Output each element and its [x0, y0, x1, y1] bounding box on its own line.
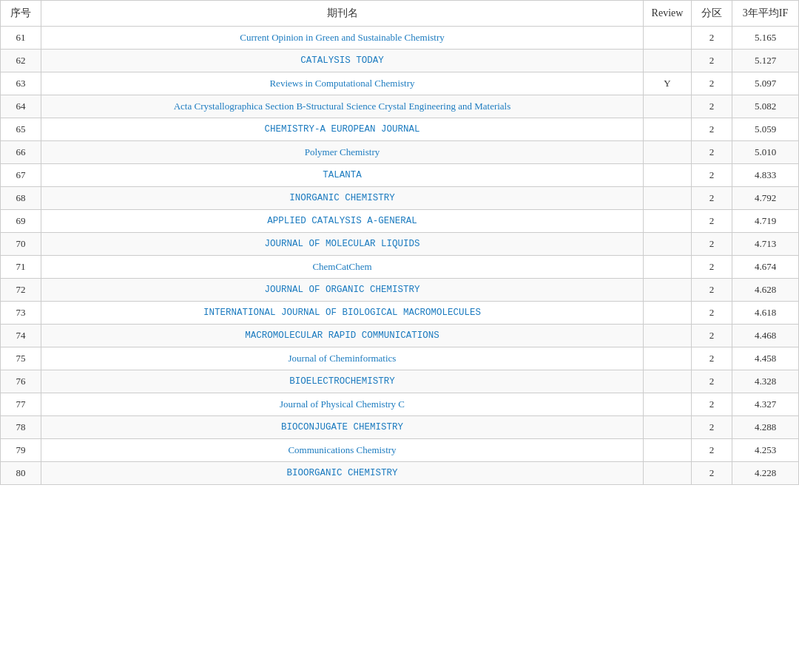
- row-number: 69: [1, 210, 41, 233]
- table-row: 78BIOCONJUGATE CHEMISTRY24.288: [1, 416, 799, 439]
- row-number: 78: [1, 416, 41, 439]
- zone-number: 2: [692, 141, 732, 164]
- review-flag: [644, 325, 692, 347]
- review-flag: [644, 164, 692, 187]
- row-number: 72: [1, 279, 41, 302]
- zone-number: 2: [692, 416, 732, 439]
- impact-factor: 4.713: [732, 233, 799, 256]
- table-row: 80BIOORGANIC CHEMISTRY24.228: [1, 462, 799, 485]
- zone-number: 2: [692, 256, 732, 279]
- row-number: 74: [1, 325, 41, 347]
- impact-factor: 4.618: [732, 302, 799, 325]
- impact-factor: 5.097: [732, 72, 799, 95]
- impact-factor: 4.628: [732, 279, 799, 302]
- row-number: 66: [1, 141, 41, 164]
- impact-factor: 4.228: [732, 462, 799, 485]
- header-num: 序号: [1, 1, 41, 27]
- impact-factor: 4.468: [732, 325, 799, 347]
- journal-name: Polymer Chemistry: [41, 141, 644, 164]
- row-number: 71: [1, 256, 41, 279]
- journal-name: INTERNATIONAL JOURNAL OF BIOLOGICAL MACR…: [41, 302, 644, 325]
- impact-factor: 5.127: [732, 50, 799, 72]
- journal-name: JOURNAL OF ORGANIC CHEMISTRY: [41, 279, 644, 302]
- impact-factor: 5.010: [732, 141, 799, 164]
- row-number: 80: [1, 462, 41, 485]
- journal-name: TALANTA: [41, 164, 644, 187]
- journal-name: APPLIED CATALYSIS A-GENERAL: [41, 210, 644, 233]
- zone-number: 2: [692, 370, 732, 393]
- table-row: 62CATALYSIS TODAY25.127: [1, 50, 799, 72]
- row-number: 79: [1, 439, 41, 462]
- zone-number: 2: [692, 462, 732, 485]
- header-review: Review: [644, 1, 692, 27]
- review-flag: [644, 347, 692, 370]
- table-row: 61Current Opinion in Green and Sustainab…: [1, 27, 799, 50]
- review-flag: [644, 416, 692, 439]
- journal-name: Current Opinion in Green and Sustainable…: [41, 27, 644, 50]
- zone-number: 2: [692, 302, 732, 325]
- review-flag: [644, 50, 692, 72]
- review-flag: [644, 233, 692, 256]
- journal-name: Reviews in Computational Chemistry: [41, 72, 644, 95]
- journal-name: CHEMISTRY-A EUROPEAN JOURNAL: [41, 118, 644, 141]
- review-flag: [644, 302, 692, 325]
- table-row: 79Communications Chemistry24.253: [1, 439, 799, 462]
- journal-name: INORGANIC CHEMISTRY: [41, 187, 644, 210]
- journal-name: ChemCatChem: [41, 256, 644, 279]
- zone-number: 2: [692, 233, 732, 256]
- impact-factor: 4.327: [732, 393, 799, 416]
- table-row: 64Acta Crystallographica Section B-Struc…: [1, 95, 799, 118]
- header-journal-name: 期刊名: [41, 1, 644, 27]
- impact-factor: 4.328: [732, 370, 799, 393]
- table-row: 65CHEMISTRY-A EUROPEAN JOURNAL25.059: [1, 118, 799, 141]
- impact-factor: 4.833: [732, 164, 799, 187]
- review-flag: [644, 118, 692, 141]
- table-header-row: 序号 期刊名 Review 分区 3年平均IF: [1, 1, 799, 27]
- row-number: 73: [1, 302, 41, 325]
- zone-number: 2: [692, 164, 732, 187]
- zone-number: 2: [692, 118, 732, 141]
- row-number: 64: [1, 95, 41, 118]
- review-flag: [644, 462, 692, 485]
- impact-factor: 4.792: [732, 187, 799, 210]
- journal-name: BIOELECTROCHEMISTRY: [41, 370, 644, 393]
- table-row: 71ChemCatChem24.674: [1, 256, 799, 279]
- review-flag: Y: [644, 72, 692, 95]
- impact-factor: 5.059: [732, 118, 799, 141]
- row-number: 76: [1, 370, 41, 393]
- row-number: 62: [1, 50, 41, 72]
- journal-name: CATALYSIS TODAY: [41, 50, 644, 72]
- table-row: 63Reviews in Computational ChemistryY25.…: [1, 72, 799, 95]
- table-row: 74MACROMOLECULAR RAPID COMMUNICATIONS24.…: [1, 325, 799, 347]
- zone-number: 2: [692, 325, 732, 347]
- impact-factor: 4.674: [732, 256, 799, 279]
- table-row: 69APPLIED CATALYSIS A-GENERAL24.719: [1, 210, 799, 233]
- row-number: 63: [1, 72, 41, 95]
- zone-number: 2: [692, 27, 732, 50]
- row-number: 65: [1, 118, 41, 141]
- review-flag: [644, 279, 692, 302]
- review-flag: [644, 439, 692, 462]
- row-number: 67: [1, 164, 41, 187]
- journal-name: JOURNAL OF MOLECULAR LIQUIDS: [41, 233, 644, 256]
- impact-factor: 5.082: [732, 95, 799, 118]
- impact-factor: 4.253: [732, 439, 799, 462]
- zone-number: 2: [692, 50, 732, 72]
- table-row: 72JOURNAL OF ORGANIC CHEMISTRY24.628: [1, 279, 799, 302]
- table-row: 76BIOELECTROCHEMISTRY24.328: [1, 370, 799, 393]
- review-flag: [644, 210, 692, 233]
- review-flag: [644, 256, 692, 279]
- impact-factor: 4.719: [732, 210, 799, 233]
- table-row: 66Polymer Chemistry25.010: [1, 141, 799, 164]
- zone-number: 2: [692, 72, 732, 95]
- impact-factor: 4.288: [732, 416, 799, 439]
- journal-name: Acta Crystallographica Section B-Structu…: [41, 95, 644, 118]
- row-number: 70: [1, 233, 41, 256]
- header-if: 3年平均IF: [732, 1, 799, 27]
- header-zone: 分区: [692, 1, 732, 27]
- journal-name: MACROMOLECULAR RAPID COMMUNICATIONS: [41, 325, 644, 347]
- zone-number: 2: [692, 279, 732, 302]
- row-number: 77: [1, 393, 41, 416]
- zone-number: 2: [692, 393, 732, 416]
- table-row: 75Journal of Cheminformatics24.458: [1, 347, 799, 370]
